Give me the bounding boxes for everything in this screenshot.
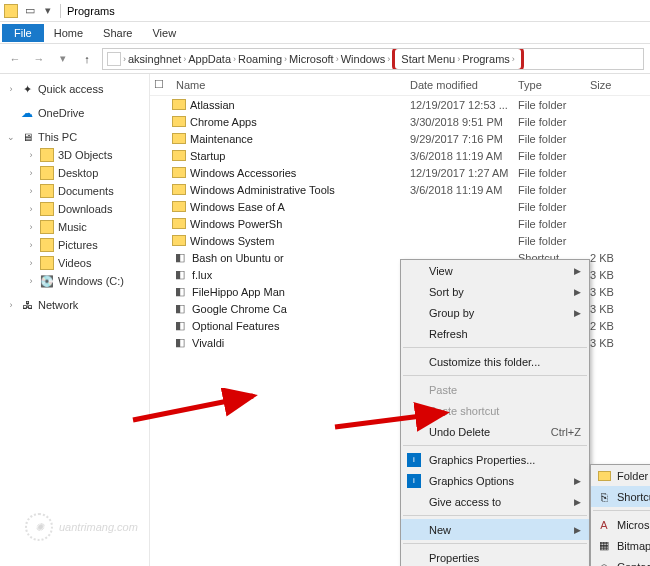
sidebar-quick-access[interactable]: ›✦Quick access <box>0 80 149 98</box>
ribbon-tabs: File Home Share View <box>0 22 650 44</box>
breadcrumb: Roaming› <box>238 53 287 65</box>
context-menu: View▶ Sort by▶ Group by▶ Refresh Customi… <box>400 259 590 566</box>
file-type: File folder <box>518 150 590 162</box>
folder-icon <box>172 184 186 195</box>
pc-icon <box>20 130 34 144</box>
sidebar-item[interactable]: ›Downloads <box>20 200 149 218</box>
qat-properties-icon[interactable]: ▭ <box>24 5 36 17</box>
sidebar-network[interactable]: ›Network <box>0 296 149 314</box>
submenu-arrow-icon: ▶ <box>574 525 581 535</box>
new-contact[interactable]: ☺Contact <box>591 556 650 566</box>
new-submenu: Folder ⎘Shortcut AMicrosoft Access Datab… <box>590 464 650 566</box>
menu-view[interactable]: View▶ <box>401 260 589 281</box>
menu-group-by[interactable]: Group by▶ <box>401 302 589 323</box>
sidebar-onedrive[interactable]: OneDrive <box>0 104 149 122</box>
column-name[interactable]: Name <box>172 79 410 91</box>
file-name: Maintenance <box>190 133 410 145</box>
folder-icon <box>172 218 186 229</box>
new-access-db[interactable]: AMicrosoft Access Database <box>591 514 650 535</box>
sidebar-item[interactable]: ›Music <box>20 218 149 236</box>
menu-give-access[interactable]: Give access to▶ <box>401 491 589 512</box>
intel-icon: i <box>407 474 421 488</box>
sidebar-item[interactable]: ›Windows (C:) <box>20 272 149 290</box>
app-icon <box>172 251 188 265</box>
menu-new[interactable]: New▶ <box>401 519 589 540</box>
file-name: FileHippo App Man <box>192 286 410 298</box>
menu-properties[interactable]: Properties <box>401 547 589 566</box>
back-button[interactable]: ← <box>6 50 24 68</box>
breadcrumb: Windows› <box>341 53 391 65</box>
forward-button[interactable]: → <box>30 50 48 68</box>
submenu-arrow-icon: ▶ <box>574 497 581 507</box>
column-size[interactable]: Size <box>590 79 650 91</box>
menu-customize-folder[interactable]: Customize this folder... <box>401 351 589 372</box>
file-name: Bash on Ubuntu or <box>192 252 410 264</box>
menu-undo-delete[interactable]: Undo DeleteCtrl+Z <box>401 421 589 442</box>
new-folder[interactable]: Folder <box>591 465 650 486</box>
sidebar-item[interactable]: ›Videos <box>20 254 149 272</box>
file-name: Windows PowerSh <box>190 218 410 230</box>
file-size: 3 KB <box>590 303 650 315</box>
folder-icon <box>597 469 611 483</box>
file-row[interactable]: Atlassian12/19/2017 12:53 ...File folder <box>150 96 650 113</box>
titlebar: ▭ ▾ Programs <box>0 0 650 22</box>
folder-icon <box>172 235 186 246</box>
file-name: Windows Administrative Tools <box>190 184 410 196</box>
tab-share[interactable]: Share <box>93 24 142 42</box>
file-row[interactable]: Windows PowerShFile folder <box>150 215 650 232</box>
file-size: 3 KB <box>590 286 650 298</box>
column-date[interactable]: Date modified <box>410 79 518 91</box>
sidebar-item[interactable]: ›Documents <box>20 182 149 200</box>
breadcrumb: aksinghnet› <box>128 53 186 65</box>
file-type: File folder <box>518 116 590 128</box>
navigation-pane: ›✦Quick access OneDrive ⌄This PC ›3D Obj… <box>0 74 150 566</box>
file-row[interactable]: Windows Administrative Tools3/6/2018 11:… <box>150 181 650 198</box>
onedrive-icon <box>20 106 34 120</box>
column-type[interactable]: Type <box>518 79 590 91</box>
sidebar-this-pc[interactable]: ⌄This PC <box>0 128 149 146</box>
shortcut-icon: ⎘ <box>597 490 611 504</box>
file-row[interactable]: Chrome Apps3/30/2018 9:51 PMFile folder <box>150 113 650 130</box>
tab-view[interactable]: View <box>142 24 186 42</box>
folder-icon <box>40 166 54 180</box>
menu-paste: Paste <box>401 379 589 400</box>
file-type: File folder <box>518 184 590 196</box>
new-shortcut[interactable]: ⎘Shortcut <box>591 486 650 507</box>
file-name: Windows Accessories <box>190 167 410 179</box>
select-all-checkbox[interactable]: ☐ <box>154 78 172 91</box>
menu-sort-by[interactable]: Sort by▶ <box>401 281 589 302</box>
file-row[interactable]: Startup3/6/2018 11:19 AMFile folder <box>150 147 650 164</box>
menu-graphics-properties[interactable]: iGraphics Properties... <box>401 449 589 470</box>
folder-icon <box>172 116 186 127</box>
file-name: Windows Ease of A <box>190 201 410 213</box>
tab-home[interactable]: Home <box>44 24 93 42</box>
file-row[interactable]: Windows Accessories12/19/2017 1:27 AMFil… <box>150 164 650 181</box>
file-row[interactable]: Windows Ease of AFile folder <box>150 198 650 215</box>
sidebar-item[interactable]: ›Pictures <box>20 236 149 254</box>
file-date: 3/6/2018 11:19 AM <box>410 150 518 162</box>
file-size: 2 KB <box>590 320 650 332</box>
menu-graphics-options[interactable]: iGraphics Options▶ <box>401 470 589 491</box>
menu-refresh[interactable]: Refresh <box>401 323 589 344</box>
file-date: 3/6/2018 11:19 AM <box>410 184 518 196</box>
file-type: File folder <box>518 235 590 247</box>
file-date: 12/19/2017 12:53 ... <box>410 99 518 111</box>
qat-dropdown-icon[interactable]: ▾ <box>42 5 54 17</box>
file-row[interactable]: Maintenance9/29/2017 7:16 PMFile folder <box>150 130 650 147</box>
breadcrumb: Microsoft› <box>289 53 339 65</box>
file-row[interactable]: Windows SystemFile folder <box>150 232 650 249</box>
highlighted-breadcrumb: Start Menu› Programs› <box>392 48 524 70</box>
sidebar-item[interactable]: ›3D Objects <box>20 146 149 164</box>
submenu-arrow-icon: ▶ <box>574 476 581 486</box>
file-date: 9/29/2017 7:16 PM <box>410 133 518 145</box>
file-date: 3/30/2018 9:51 PM <box>410 116 518 128</box>
up-button[interactable]: ↑ <box>78 50 96 68</box>
file-size: 3 KB <box>590 337 650 349</box>
recent-dropdown-icon[interactable]: ▾ <box>54 50 72 68</box>
access-icon: A <box>597 518 611 532</box>
tab-file[interactable]: File <box>2 24 44 42</box>
address-bar[interactable]: › aksinghnet› AppData› Roaming› Microsof… <box>102 48 644 70</box>
sidebar-item[interactable]: ›Desktop <box>20 164 149 182</box>
file-type: File folder <box>518 133 590 145</box>
new-bitmap[interactable]: ▦Bitmap image <box>591 535 650 556</box>
